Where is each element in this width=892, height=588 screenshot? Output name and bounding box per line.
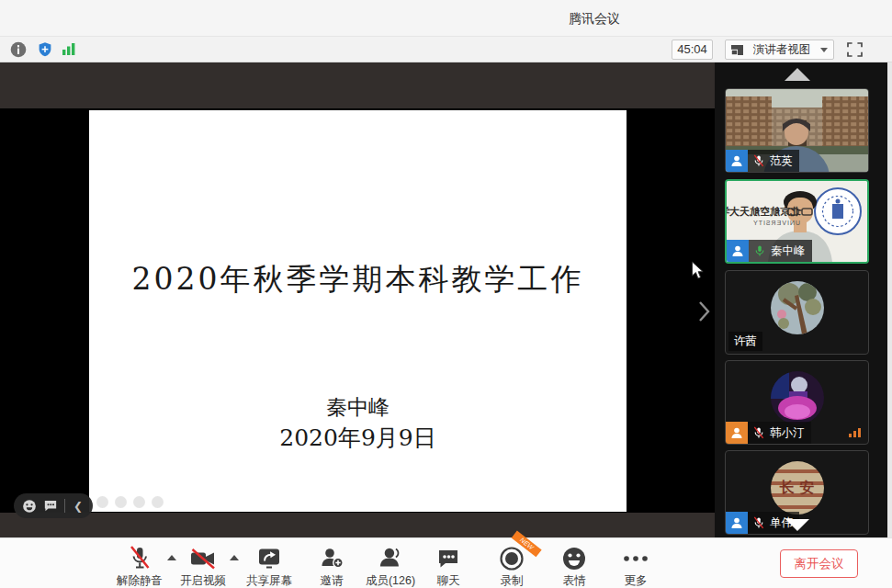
avatar-photo (771, 371, 824, 424)
mouse-cursor (691, 261, 705, 280)
slide-date: 2020年9月9日 (89, 423, 627, 453)
presenter-ghost-controls (96, 496, 164, 508)
collapse-pill-button[interactable]: ❮ (72, 501, 85, 512)
record-button[interactable]: NEW 录制 (498, 545, 525, 588)
title-bar: 腾讯会议 (0, 0, 892, 37)
network-signal-icon[interactable] (62, 42, 76, 56)
meeting-window: 腾讯会议 45:04 演讲者视图 2020年秋季学期本科教学工作 秦中峰 202… (0, 0, 892, 588)
camera-off-icon (189, 545, 217, 571)
mic-active-icon (753, 244, 766, 257)
emoji-reaction-icon[interactable] (22, 499, 37, 514)
scroll-up-arrow-icon[interactable] (785, 68, 810, 81)
pill-divider (64, 499, 65, 513)
participant-tile-hanxiaoting[interactable]: 韩小汀 (725, 360, 869, 445)
presentation-slide: 2020年秋季学期本科教学工作 秦中峰 2020年9月9日 (89, 110, 627, 512)
video-options-caret[interactable] (230, 555, 239, 560)
mic-options-caret[interactable] (167, 555, 176, 560)
meeting-timer: 45:04 (672, 40, 713, 60)
status-toolbar: 45:04 演讲者视图 (0, 37, 892, 62)
mic-muted-icon (752, 154, 765, 167)
screen-top-band (0, 62, 715, 108)
record-icon: NEW (498, 545, 525, 571)
mic-muted-icon (752, 516, 765, 529)
participant-name: 许茜 (728, 332, 762, 351)
slide-title: 2020年秋季学期本科教学工作 (89, 259, 627, 300)
shared-screen-stage: 2020年秋季学期本科教学工作 秦中峰 2020年9月9日 ❮ (0, 62, 715, 537)
invite-person-icon (319, 545, 344, 571)
next-page-chevron[interactable] (694, 300, 713, 323)
user-role-badge-icon (726, 150, 748, 172)
view-mode-selector[interactable]: 演讲者视图 (725, 40, 834, 60)
app-title: 腾讯会议 (569, 11, 620, 28)
user-role-badge-icon (726, 422, 748, 444)
start-video-button[interactable]: 开启视频 (180, 545, 226, 588)
slide-presenter: 秦中峰 (89, 393, 627, 422)
participant-tile-fanying[interactable]: 范英 (725, 88, 869, 173)
chat-button[interactable]: 聊天 (436, 545, 460, 588)
participant-name: 秦中峰 (771, 243, 806, 259)
participant-name: 韩小汀 (770, 425, 805, 441)
participant-name: 范英 (770, 153, 793, 169)
security-shield-icon[interactable] (37, 41, 53, 58)
poor-network-icon (849, 428, 861, 437)
screen-bottom-band (0, 513, 715, 537)
avatar-changan: 长安 (771, 461, 824, 514)
more-dots-icon (622, 545, 649, 571)
participants-sidebar: 范英 北京航空航天大学 UNIVERSITY (715, 62, 887, 537)
chevron-down-icon (820, 48, 828, 52)
members-icon (378, 545, 403, 571)
quick-chat-icon[interactable] (43, 499, 58, 513)
mic-muted-icon (128, 545, 152, 571)
participant-tile-xuqian[interactable]: 许茜 (725, 270, 869, 355)
user-role-badge-icon (727, 240, 749, 262)
fullscreen-icon[interactable] (847, 42, 863, 57)
participant-status-row: 韩小汀 (726, 422, 811, 444)
avatar-tree (771, 281, 824, 334)
meeting-info-icon[interactable] (10, 41, 27, 58)
sidebar-scrollbar (887, 62, 892, 537)
scroll-down-arrow-icon[interactable] (785, 519, 809, 531)
speaker-view-icon (731, 45, 743, 55)
control-toolbar: 解除静音 开启视频 共享屏幕 邀请 成员(126) (0, 537, 892, 588)
more-button[interactable]: 更多 (622, 545, 649, 588)
view-mode-label: 演讲者视图 (748, 42, 816, 58)
reactions-button[interactable]: 表情 (561, 545, 587, 588)
members-button[interactable]: 成员(126) (366, 545, 415, 588)
participant-status-row: 范英 (726, 150, 799, 172)
reaction-pill: ❮ (14, 493, 93, 518)
share-screen-button[interactable]: 共享屏幕 (246, 545, 292, 588)
user-role-badge-icon (726, 512, 748, 534)
participant-status-row: 秦中峰 (727, 240, 812, 262)
invite-button[interactable]: 邀请 (319, 545, 344, 588)
participant-tile-qinzhongfeng[interactable]: 北京航空航天大学 UNIVERSITY 秦中峰 (725, 179, 869, 264)
smiley-icon (561, 545, 587, 571)
mic-muted-icon (752, 426, 765, 439)
chat-bubble-icon (436, 545, 460, 571)
unmute-button[interactable]: 解除静音 (117, 545, 163, 588)
share-screen-icon (256, 545, 282, 571)
leave-meeting-button[interactable]: 离开会议 (780, 549, 858, 578)
